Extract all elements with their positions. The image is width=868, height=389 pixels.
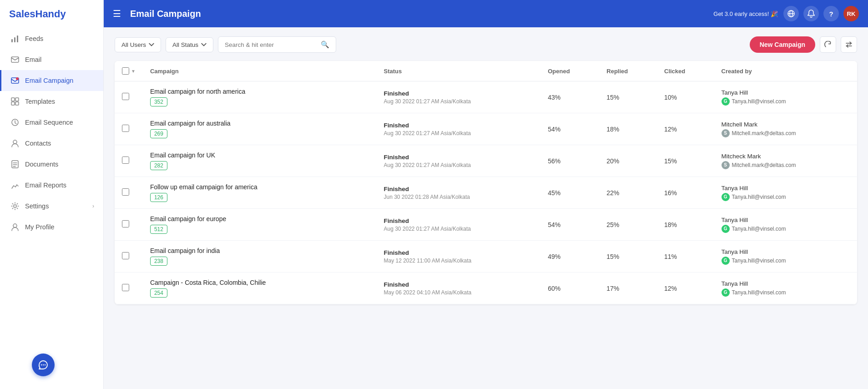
row-checkbox-cell-1[interactable] — [115, 113, 143, 145]
row-checkbox-4[interactable] — [122, 220, 129, 227]
profile-icon — [10, 222, 20, 232]
row-checkbox-cell-0[interactable] — [115, 81, 143, 113]
status-cell-2: Finished Aug 30 2022 01:27 AM Asia/Kolka… — [376, 145, 540, 177]
row-checkbox-2[interactable] — [122, 157, 129, 164]
campaign-name-cell-0: Email campaign for north america 352 — [143, 81, 377, 113]
user-avatar[interactable]: RK — [843, 6, 859, 21]
new-campaign-button[interactable]: New Campaign — [750, 36, 815, 53]
creator-email-text-1: Mitchell.mark@deltas.com — [732, 130, 796, 136]
documents-icon — [10, 160, 20, 169]
sidebar-item-documents[interactable]: Documents — [0, 154, 103, 175]
row-checkbox-cell-6[interactable] — [115, 273, 143, 304]
transfer-btn[interactable] — [841, 36, 857, 53]
created-by-cell-6: Tanya Hill G Tanya.hill@vinsel.com — [714, 273, 857, 304]
sidebar-item-contacts[interactable]: Contacts — [0, 133, 103, 154]
status-date-2: Aug 30 2022 01:27 AM Asia/Kolkata — [384, 162, 533, 168]
creator-name-4: Tanya Hill — [722, 217, 850, 223]
replied-cell-3: 22% — [599, 177, 657, 209]
documents-label: Documents — [25, 161, 58, 168]
svg-point-5 — [16, 77, 19, 80]
templates-icon — [10, 97, 20, 106]
replied-val-2: 20% — [606, 157, 619, 165]
topbar: ☰ Email Campaign Get 3.0 early access! 🎉… — [104, 0, 868, 27]
globe-icon-btn[interactable] — [783, 6, 799, 21]
table-row[interactable]: Follow up email campaign for america 126… — [115, 177, 857, 209]
sidebar-item-email-campaign[interactable]: Email Campaign — [0, 70, 103, 91]
campaign-badge-2: 282 — [150, 161, 167, 170]
table-row[interactable]: Campaign - Costa Rica, Colombia, Chilie … — [115, 273, 857, 304]
filter-users-label: All Users — [121, 41, 146, 48]
filter-users-btn[interactable]: All Users — [115, 37, 161, 52]
campaign-name-5: Email campaign for india — [150, 247, 369, 254]
sidebar-item-email[interactable]: Email — [0, 49, 103, 70]
campaign-name-cell-4: Email campaign for europe 512 — [143, 209, 377, 241]
sidebar-item-email-sequence[interactable]: Email Sequence — [0, 112, 103, 133]
refresh-btn[interactable] — [820, 36, 836, 53]
replied-cell-1: 18% — [599, 113, 657, 145]
status-label-4: Finished — [384, 217, 533, 224]
campaign-name-cell-2: Email campaign for UK 282 — [143, 145, 377, 177]
row-checkbox-6[interactable] — [122, 284, 129, 291]
clicked-val-6: 12% — [664, 285, 677, 292]
creator-name-0: Tanya Hill — [722, 89, 850, 96]
svg-rect-3 — [11, 57, 19, 62]
row-checkbox-cell-4[interactable] — [115, 209, 143, 241]
table-row[interactable]: Email campaign for north america 352 Fin… — [115, 81, 857, 113]
table-row[interactable]: Email campaign for europe 512 Finished A… — [115, 209, 857, 241]
creator-name-6: Tanya Hill — [722, 280, 850, 287]
svg-rect-1 — [14, 37, 15, 42]
svg-rect-0 — [11, 39, 13, 42]
status-label-6: Finished — [384, 281, 533, 288]
sidebar-item-email-reports[interactable]: Email Reports — [0, 175, 103, 196]
search-input[interactable] — [225, 41, 317, 48]
opened-val-2: 56% — [548, 157, 560, 165]
row-checkbox-cell-5[interactable] — [115, 241, 143, 273]
created-by-cell-2: Mitcheck Mark S Mitchell.mark@deltas.com — [714, 145, 857, 177]
clicked-val-2: 15% — [664, 157, 677, 165]
toolbar: All Users All Status 🔍 New Campaign — [115, 36, 857, 53]
creator-avatar-5: G — [722, 257, 730, 265]
row-checkbox-0[interactable] — [122, 93, 129, 100]
early-access-link[interactable]: Get 3.0 early access! 🎉 — [713, 10, 778, 17]
select-all-checkbox[interactable] — [122, 67, 129, 75]
clicked-cell-6: 12% — [657, 273, 714, 304]
select-all-header[interactable]: ▼ — [115, 61, 143, 81]
email-sequence-label: Email Sequence — [25, 119, 73, 126]
topbar-title: Email Campaign — [130, 9, 708, 19]
feeds-label: Feeds — [25, 35, 43, 42]
hamburger-menu[interactable]: ☰ — [113, 8, 121, 19]
reports-icon — [10, 181, 20, 190]
svg-rect-2 — [17, 35, 18, 42]
row-checkbox-3[interactable] — [122, 188, 129, 196]
row-checkbox-5[interactable] — [122, 252, 129, 259]
table-row[interactable]: Email campaign for india 238 Finished Ma… — [115, 241, 857, 273]
sidebar-item-templates[interactable]: Templates — [0, 91, 103, 112]
chat-fab-button[interactable] — [32, 354, 55, 376]
email-icon — [10, 55, 20, 64]
replied-cell-4: 25% — [599, 209, 657, 241]
sidebar: SalesHandy Feeds Email Email Campaign — [0, 0, 104, 389]
status-cell-3: Finished Jun 30 2022 01:28 AM Asia/Kolka… — [376, 177, 540, 209]
row-checkbox-cell-3[interactable] — [115, 177, 143, 209]
sidebar-item-settings[interactable]: Settings › — [0, 196, 103, 217]
topbar-actions: ? RK — [783, 6, 859, 21]
email-campaign-label: Email Campaign — [25, 77, 73, 84]
notification-icon-btn[interactable] — [803, 6, 819, 21]
opened-col-header: Opened — [540, 61, 599, 81]
table-row[interactable]: Email campaign for UK 282 Finished Aug 3… — [115, 145, 857, 177]
sidebar-item-my-profile[interactable]: My Profile — [0, 217, 103, 237]
table-row[interactable]: Email campaign for australia 269 Finishe… — [115, 113, 857, 145]
row-checkbox-1[interactable] — [122, 125, 129, 132]
filter-status-btn[interactable]: All Status — [166, 37, 213, 52]
status-date-5: May 12 2022 11:00 AM Asia/Kolkata — [384, 258, 533, 264]
sidebar-item-feeds[interactable]: Feeds — [0, 28, 103, 49]
help-icon-btn[interactable]: ? — [823, 6, 839, 21]
campaign-name-0: Email campaign for north america — [150, 88, 369, 95]
creator-avatar-2: S — [722, 161, 730, 169]
row-checkbox-cell-2[interactable] — [115, 145, 143, 177]
content: All Users All Status 🔍 New Campaign — [104, 27, 868, 389]
replied-col-header: Replied — [599, 61, 657, 81]
creator-email-3: G Tanya.hill@vinsel.com — [722, 193, 850, 201]
templates-label: Templates — [25, 98, 55, 105]
logo: SalesHandy — [0, 0, 103, 28]
